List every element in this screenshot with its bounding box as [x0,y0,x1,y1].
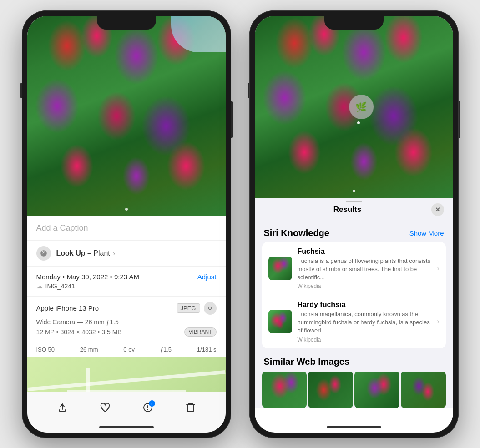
home-indicator [99,426,154,428]
camera-spec2-row: 12 MP • 3024 × 4032 • 3.5 MB VIBRANT [36,327,217,337]
cloud-icon: ☁ [36,282,43,290]
delete-button[interactable] [185,402,196,413]
device-name: Apple iPhone 13 Pro [36,304,99,312]
fuchsia-source: Wikipedia [298,283,432,289]
info-button[interactable]: i [142,402,153,413]
location-icon: ⊙ [204,302,217,315]
similar-images-grid [255,372,453,408]
left-photo-area[interactable] [27,16,226,216]
similar-image-3[interactable] [354,372,399,408]
left-phone: Add a Caption Look Up – Plant › [22,10,231,438]
lookup-label: Look Up – Plant › [56,249,115,257]
right-home-indicator [327,426,381,428]
siri-lookup-button[interactable]: 🌿 [349,95,374,119]
hardy-fuchsia-desc: Fuchsia magellanica, commonly known as t… [298,310,432,335]
leaf-icon: 🌿 [355,101,367,112]
right-notch [324,16,384,30]
fuchsia-title: Fuchsia [298,247,432,256]
notch [97,16,156,30]
results-header: Results ✕ [255,198,453,221]
hardy-fuchsia-thumbnail [268,310,292,333]
shutter-value: 1/181 s [197,346,217,353]
results-panel: Results ✕ Siri Knowledge Show More [255,198,453,408]
date-text: Monday • May 30, 2022 • 9:23 AM [36,273,139,281]
results-title: Results [264,205,431,214]
hardy-fuchsia-content: Hardy fuchsia Fuchsia magellanica, commo… [298,301,432,343]
similar-image-1[interactable] [262,372,307,408]
hardy-fuchsia-chevron: › [437,317,439,326]
aperture-value: ƒ1.5 [160,346,172,353]
caption-area[interactable]: Add a Caption [27,216,226,241]
right-photo-area[interactable]: 🌿 [255,16,453,198]
exif-row: ISO 50 26 mm 0 ev ƒ1.5 1/181 s [27,342,226,357]
hardy-fuchsia-item[interactable]: Hardy fuchsia Fuchsia magellanica, commo… [262,295,446,348]
siri-dot [357,121,360,124]
right-phone: 🌿 Results ✕ Siri Knowledge Show More [249,10,459,438]
sky-patch [171,16,226,52]
similar-image-2[interactable] [308,372,353,408]
similar-images-title: Similar Web Images [264,357,350,367]
fuchsia-desc: Fuchsia is a genus of flowering plants t… [298,257,432,282]
camera-spec2: 12 MP • 3024 × 4032 • 3.5 MB [36,328,122,336]
vibrant-badge: VIBRANT [184,327,216,337]
like-button[interactable] [100,402,111,413]
device-section: Apple iPhone 13 Pro JPEG ⊙ Wide Camera —… [27,297,226,342]
adjust-button[interactable]: Adjust [197,273,217,281]
lookup-row[interactable]: Look Up – Plant › [27,241,226,267]
drag-handle[interactable] [346,201,362,202]
fuchsia-thumbnail [268,257,292,280]
siri-knowledge-header: Siri Knowledge Show More [255,221,453,242]
siri-knowledge-title: Siri Knowledge [264,228,329,238]
caption-placeholder[interactable]: Add a Caption [36,223,88,232]
hardy-fuchsia-source: Wikipedia [298,337,432,343]
iso-value: ISO 50 [36,346,55,353]
svg-point-0 [42,255,43,256]
metadata-section: Monday • May 30, 2022 • 9:23 AM Adjust ☁… [27,267,226,297]
knowledge-card: Fuchsia Fuchsia is a genus of flowering … [262,242,446,348]
right-page-dot [353,190,355,192]
flower-photo [27,16,226,216]
fuchsia-content: Fuchsia Fuchsia is a genus of flowering … [298,247,432,290]
share-button[interactable] [57,402,68,413]
page-dot [125,208,128,211]
similar-images-header: Similar Web Images [255,349,453,372]
format-badge: JPEG [177,303,200,313]
similar-image-4[interactable] [401,372,446,408]
visual-lookup-icon [36,246,51,261]
info-panel: Add a Caption Look Up – Plant › [27,216,226,412]
show-more-button[interactable]: Show More [409,229,444,237]
close-button[interactable]: ✕ [431,203,444,216]
fuchsia-chevron: › [437,264,439,272]
ev-value: 0 ev [123,346,135,353]
info-badge: i [149,400,155,407]
camera-spec1: Wide Camera — 26 mm ƒ1.5 [36,318,217,326]
hardy-fuchsia-title: Hardy fuchsia [298,301,432,309]
focal-value: 26 mm [80,346,98,353]
filename: IMG_4241 [45,282,75,290]
fuchsia-item[interactable]: Fuchsia Fuchsia is a genus of flowering … [262,242,446,296]
